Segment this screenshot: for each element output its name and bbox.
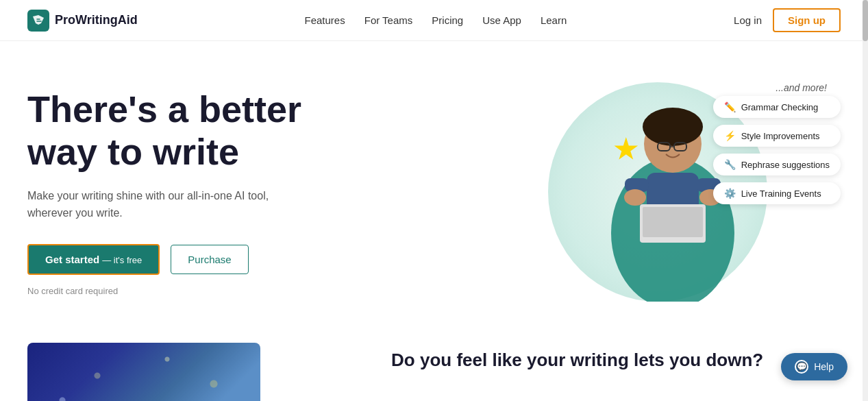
nav-links: Features For Teams Pricing Use App Learn	[305, 14, 567, 26]
help-label: Help	[814, 361, 834, 372]
nav-link-features[interactable]: Features	[305, 14, 345, 26]
signup-button[interactable]: Sign up	[773, 8, 841, 32]
nav-link-learn[interactable]: Learn	[541, 14, 567, 26]
second-section: Do you feel like your writing lets you d…	[0, 329, 868, 401]
nav-link-useapp[interactable]: Use App	[482, 14, 521, 26]
starry-night-image	[27, 343, 260, 401]
hero-section: There's a better way to write Make your …	[0, 41, 868, 329]
starry-night-overlay	[27, 343, 260, 401]
feature-pills: ✏️ Grammar Checking ⚡ Style Improvements…	[713, 96, 841, 204]
pill-grammar: ✏️ Grammar Checking	[713, 96, 841, 118]
login-button[interactable]: Log in	[734, 14, 762, 26]
hero-subtitle: Make your writing shine with our all-in-…	[27, 187, 288, 222]
hero-title: There's a better way to write	[27, 88, 447, 173]
scrollbar[interactable]	[863, 0, 868, 401]
help-button[interactable]: 💬 Help	[781, 353, 847, 380]
svg-rect-11	[643, 207, 703, 237]
and-more-label: ...and more!	[776, 82, 827, 93]
rephrase-icon: 🔧	[724, 159, 736, 170]
second-section-title: Do you feel like your writing lets you d…	[391, 350, 839, 371]
navbar: ProWritingAid Features For Teams Pricing…	[0, 0, 868, 41]
style-icon: ⚡	[724, 130, 736, 141]
scrollbar-thumb[interactable]	[863, 0, 868, 41]
help-icon: 💬	[795, 360, 808, 374]
pill-training: ⚙️ Live Training Events	[713, 182, 841, 204]
grammar-icon: ✏️	[724, 101, 736, 112]
nav-link-teams[interactable]: For Teams	[364, 14, 413, 26]
second-section-image-container	[27, 343, 336, 401]
hero-right: ...and more! ✏️ Grammar Checking ⚡ Style…	[475, 82, 841, 302]
logo-icon	[27, 10, 49, 32]
purchase-button[interactable]: Purchase	[171, 245, 248, 274]
hero-left: There's a better way to write Make your …	[27, 88, 475, 295]
hero-buttons: Get started— it's free Purchase	[27, 244, 447, 275]
second-section-text: Do you feel like your writing lets you d…	[391, 343, 839, 371]
nav-link-pricing[interactable]: Pricing	[432, 14, 463, 26]
nav-actions: Log in Sign up	[734, 8, 841, 32]
get-started-button[interactable]: Get started— it's free	[27, 244, 160, 275]
logo-text: ProWritingAid	[55, 13, 138, 27]
pill-rephrase: 🔧 Rephrase suggestions	[713, 154, 841, 175]
training-icon: ⚙️	[724, 188, 736, 199]
svg-point-3	[643, 108, 703, 146]
svg-point-12	[624, 189, 646, 206]
pill-style: ⚡ Style Improvements	[713, 125, 841, 147]
logo[interactable]: ProWritingAid	[27, 10, 138, 32]
no-credit-text: No credit card required	[27, 286, 447, 296]
